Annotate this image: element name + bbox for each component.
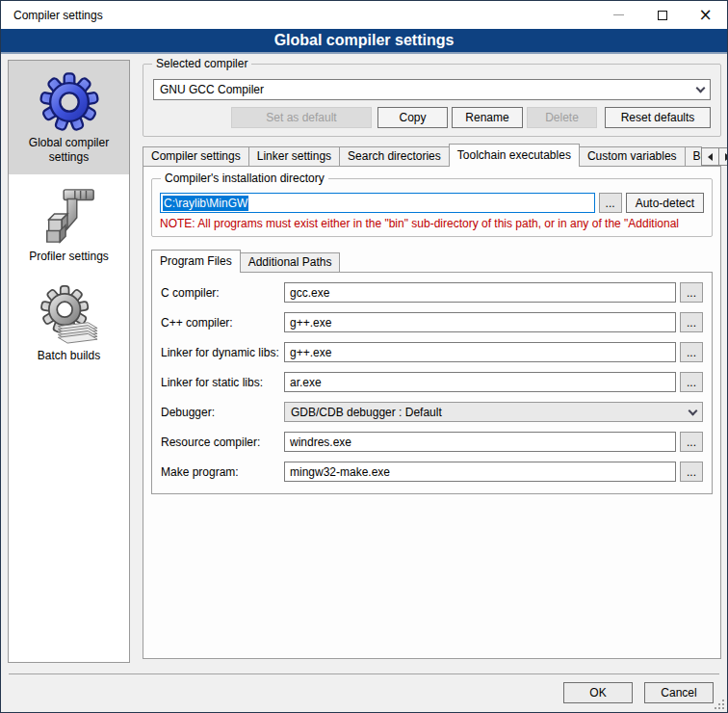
sidebar-item-label: Batch builds — [38, 349, 100, 363]
browse-dynamic-linker-button[interactable]: ... — [680, 342, 703, 362]
resize-grip-dots — [715, 707, 716, 709]
dialog-buttons: OK Cancel — [563, 682, 714, 703]
program-files-page: C compiler: ... C++ compiler: ... Linker… — [151, 272, 713, 494]
field-row-dynamic-linker: Linker for dynamic libs: ... — [161, 342, 703, 362]
installation-directory-row: C:\raylib\MinGW ... Auto-detect — [160, 193, 704, 213]
resource-compiler-input[interactable] — [284, 432, 676, 452]
compiler-actions: Set as default Copy Rename Delete Reset … — [153, 107, 711, 128]
delete-button[interactable]: Delete — [527, 107, 597, 128]
page-title: Global compiler settings — [274, 32, 455, 49]
grey-gear-stack-icon — [39, 285, 99, 345]
settings-tabstrip: Compiler settings Linker settings Search… — [143, 143, 721, 166]
field-row-resource-compiler: Resource compiler: ... — [161, 432, 703, 452]
sidebar-item-batch-builds[interactable]: Batch builds — [9, 274, 129, 373]
auto-detect-button[interactable]: Auto-detect — [626, 193, 704, 213]
tab-custom-variables[interactable]: Custom variables — [579, 146, 686, 166]
maximize-button[interactable] — [640, 1, 684, 29]
close-icon: × — [698, 7, 712, 23]
sidebar-item-label: Profiler settings — [29, 250, 109, 264]
tab-additional-paths[interactable]: Additional Paths — [240, 252, 341, 272]
installation-directory-group: Compiler's installation directory C:\ray… — [151, 178, 713, 237]
minimize-button[interactable] — [597, 1, 640, 29]
tab-search-directories[interactable]: Search directories — [339, 146, 450, 166]
field-label: C compiler: — [161, 286, 284, 300]
tab-toolchain-executables[interactable]: Toolchain executables — [449, 144, 580, 167]
browse-c-compiler-button[interactable]: ... — [680, 282, 703, 303]
field-row-debugger: Debugger: GDB/CDB debugger : Default — [161, 402, 703, 422]
sidebar-item-profiler-settings[interactable]: Profiler settings — [9, 174, 129, 274]
maximize-icon — [658, 11, 667, 20]
browse-directory-button[interactable]: ... — [599, 193, 622, 213]
header-band: Global compiler settings — [1, 29, 727, 54]
compiler-select[interactable]: GNU GCC Compiler — [153, 79, 711, 100]
field-label: Linker for static libs: — [161, 376, 284, 389]
program-files-notebook: Program Files Additional Paths C compile… — [151, 249, 713, 494]
rename-button[interactable]: Rename — [452, 107, 523, 128]
make-program-input[interactable] — [284, 462, 676, 482]
settings-category-list: Global compiler settings — [8, 60, 130, 663]
field-row-cpp-compiler: C++ compiler: ... — [161, 312, 703, 332]
resize-grip[interactable] — [715, 700, 724, 709]
bin-subdirectory-note: NOTE: All programs must exist either in … — [160, 217, 704, 230]
ok-button[interactable]: OK — [563, 682, 633, 703]
chevron-down-icon — [689, 406, 698, 415]
field-label: Make program: — [161, 465, 284, 479]
browse-resource-compiler-button[interactable]: ... — [680, 432, 703, 452]
close-button[interactable]: × — [684, 1, 727, 29]
sidebar-item-label: Global compiler settings — [13, 136, 125, 165]
field-label: Linker for dynamic libs: — [161, 346, 284, 359]
caliper-icon — [39, 186, 99, 246]
dialog-body: Global compiler settings — [1, 54, 727, 712]
debugger-select-value: GDB/CDB debugger : Default — [291, 406, 442, 419]
dynamic-linker-input[interactable] — [284, 342, 676, 362]
tab-scroll-buttons — [701, 147, 728, 166]
compiler-settings-dialog: Compiler settings × Global compiler sett… — [0, 0, 728, 713]
arrow-left-icon — [708, 153, 713, 161]
copy-button[interactable]: Copy — [377, 107, 448, 128]
chevron-down-icon — [696, 84, 706, 93]
blue-gear-icon — [39, 72, 99, 132]
field-row-static-linker: Linker for static libs: ... — [161, 372, 703, 392]
selected-compiler-group: Selected compiler GNU GCC Compiler Set a… — [143, 64, 721, 137]
field-label: Resource compiler: — [161, 436, 284, 449]
tab-compiler-settings[interactable]: Compiler settings — [143, 146, 249, 166]
window-title: Compiler settings — [1, 9, 103, 22]
toolchain-executables-page: Compiler's installation directory C:\ray… — [143, 166, 721, 659]
cpp-compiler-input[interactable] — [284, 312, 676, 332]
field-label: C++ compiler: — [161, 316, 284, 330]
title-bar: Compiler settings × — [1, 1, 727, 29]
window-controls: × — [597, 1, 727, 29]
program-files-tabstrip: Program Files Additional Paths — [151, 249, 713, 272]
tab-scroll-left-button[interactable] — [701, 147, 719, 166]
set-as-default-button[interactable]: Set as default — [231, 107, 372, 128]
tab-linker-settings[interactable]: Linker settings — [248, 146, 340, 166]
minimize-icon — [613, 14, 624, 15]
selected-path-text: C:\raylib\MinGW — [163, 196, 248, 211]
browse-make-program-button[interactable]: ... — [680, 462, 703, 482]
field-row-c-compiler: C compiler: ... — [161, 282, 703, 303]
c-compiler-input[interactable] — [284, 282, 676, 303]
field-row-make-program: Make program: ... — [161, 462, 703, 482]
field-label: Debugger: — [161, 406, 284, 419]
sidebar-item-global-compiler-settings[interactable]: Global compiler settings — [9, 61, 129, 174]
reset-defaults-button[interactable]: Reset defaults — [605, 107, 711, 128]
tab-program-files[interactable]: Program Files — [151, 250, 241, 273]
compiler-select-value: GNU GCC Compiler — [160, 83, 264, 96]
static-linker-input[interactable] — [284, 372, 676, 392]
browse-static-linker-button[interactable]: ... — [680, 372, 703, 392]
debugger-select[interactable]: GDB/CDB debugger : Default — [284, 402, 703, 422]
tab-scroll-right-button[interactable] — [718, 147, 728, 166]
group-label: Selected compiler — [152, 57, 251, 70]
installation-directory-input[interactable]: C:\raylib\MinGW — [160, 193, 595, 213]
footer-divider — [9, 673, 719, 674]
cancel-button[interactable]: Cancel — [644, 682, 714, 703]
arrow-right-icon — [725, 153, 728, 161]
group-label: Compiler's installation directory — [161, 172, 328, 185]
browse-cpp-compiler-button[interactable]: ... — [680, 312, 703, 332]
main-panel: Selected compiler GNU GCC Compiler Set a… — [143, 60, 721, 659]
tab-build-options[interactable]: Build options — [685, 146, 702, 166]
